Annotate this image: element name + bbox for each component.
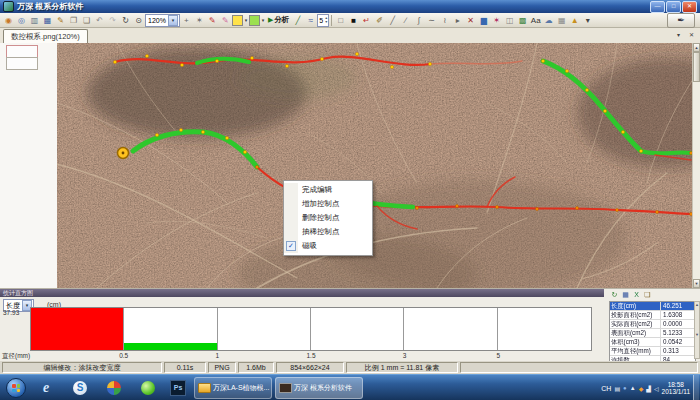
menu-item-delete-control-point[interactable]: 删除控制点	[284, 211, 372, 225]
menu-item-magnetic-snap[interactable]: ✓ 磁吸	[284, 239, 372, 253]
fill-green-swatch[interactable]	[249, 15, 260, 26]
chart-tool-icon[interactable]: ▆	[477, 14, 490, 27]
spin-down-icon[interactable]: ▾	[325, 20, 327, 24]
maximize-button[interactable]: □	[666, 1, 681, 13]
minimize-button[interactable]: —	[650, 1, 665, 13]
pen-line-icon[interactable]: ╱	[386, 14, 399, 27]
start-button[interactable]	[6, 378, 26, 398]
camera-icon[interactable]: ◎	[15, 14, 28, 27]
text-tool-icon[interactable]: Aa	[529, 14, 542, 27]
result-row[interactable]: 表面积(cm2) 5.1233	[610, 329, 695, 338]
pencil-icon[interactable]: ✎	[54, 14, 67, 27]
analyze-button[interactable]: ▶ 分析	[266, 15, 291, 25]
more-dropdown-icon[interactable]: ▾	[581, 14, 594, 27]
save-icon[interactable]: ▦	[41, 14, 54, 27]
tray-update-icon[interactable]: ●	[623, 385, 627, 391]
pen-wave-icon[interactable]: ∼	[425, 14, 438, 27]
scroll-up-icon[interactable]: ▲	[693, 43, 700, 52]
flag-tool-icon[interactable]: ▲	[568, 14, 581, 27]
language-indicator[interactable]: CH	[601, 385, 611, 392]
menu-item-finish-edit[interactable]: 完成编辑	[284, 183, 372, 197]
taskbar-pinwheel-icon[interactable]	[102, 377, 126, 399]
pen-squiggle-icon[interactable]: ≀	[438, 14, 451, 27]
tab-close-icon[interactable]: ✕	[686, 30, 697, 41]
scrollbar-thumb[interactable]	[693, 52, 700, 82]
ruler-icon[interactable]: ╱	[291, 14, 304, 27]
bottom-panel: 统计直方图 长度 ▾ (cm) 37.93 直径(mm) 0.511.535 ↻…	[0, 288, 700, 361]
result-row[interactable]: 长度(cm) 46.251	[610, 302, 695, 311]
cloud-tool-icon[interactable]: ☁	[542, 14, 555, 27]
fill-yellow-swatch[interactable]	[232, 15, 243, 26]
table-excel-icon[interactable]: X	[632, 290, 641, 299]
windows-flag-icon	[12, 384, 20, 392]
arrow-tool-icon[interactable]: ▸	[451, 14, 464, 27]
navigator-box-bottom[interactable]	[6, 57, 38, 70]
wand-icon[interactable]: ✶	[193, 14, 206, 27]
result-label: 体积(cm3)	[610, 338, 661, 346]
scan-icon[interactable]: ▥	[28, 14, 41, 27]
y-max-label: 37.93	[3, 309, 19, 316]
redo-icon[interactable]: ↷	[106, 14, 119, 27]
pink-mark-icon[interactable]: ✎	[219, 14, 232, 27]
pen-curve-icon[interactable]: ∫	[412, 14, 425, 27]
spinner-arrows[interactable]: ▴ ▾	[325, 16, 327, 24]
tray-hidden-icons-chevron[interactable]: ▲	[630, 385, 636, 391]
result-row[interactable]: 体积(cm3) 0.0542	[610, 338, 695, 347]
grid-tool-icon[interactable]: ▦	[555, 14, 568, 27]
taskbar-360-icon[interactable]	[136, 377, 160, 399]
signature-button[interactable]: ✒	[667, 13, 695, 28]
x-tick-label: 3	[403, 352, 407, 359]
results-scrollbar[interactable]: ▲▼	[694, 301, 700, 359]
copy-icon[interactable]: ❏	[80, 14, 93, 27]
taskbar-ie-icon[interactable]: e	[34, 377, 58, 399]
red-mark-icon[interactable]: ✎	[206, 14, 219, 27]
result-row[interactable]: 投影面积(cm2) 1.6308	[610, 311, 695, 320]
taskbar-photoshop-icon[interactable]: Ps	[166, 377, 190, 399]
vertical-scrollbar[interactable]: ▲ ▼	[692, 43, 700, 288]
star-tool-icon[interactable]: ✶	[490, 14, 503, 27]
root-image-canvas[interactable]: 完成编辑 增加控制点 删除控制点 抽稀控制点 ✓ 磁吸	[57, 43, 692, 288]
delete-point-icon[interactable]: ✕	[464, 14, 477, 27]
taskbar-clock[interactable]: 18:58 2013/1/11	[662, 381, 690, 395]
tray-security-icon[interactable]: ◆	[639, 385, 644, 392]
picker-icon[interactable]: +	[180, 14, 193, 27]
taskbar-window-rootapp[interactable]: 万深 根系分析软件	[275, 377, 363, 399]
curve-measure-icon[interactable]: ≈	[304, 14, 317, 27]
show-desktop-button[interactable]	[693, 375, 699, 400]
menu-item-add-control-point[interactable]: 增加控制点	[284, 197, 372, 211]
magnifier-icon[interactable]: ⊙	[132, 14, 145, 27]
table-save-icon[interactable]: ▦	[621, 290, 630, 299]
fill-black-icon[interactable]: ■	[347, 14, 360, 27]
zoom-level-combo[interactable]: 120% ▾	[145, 14, 180, 27]
tray-app-icon[interactable]: ▤	[614, 385, 620, 392]
toolbar-group-file: ◉◎▥▦✎❐❏↶↷↻⊙	[2, 14, 145, 27]
width-spinner[interactable]: 5 ▴ ▾	[317, 14, 329, 27]
volume-icon[interactable]: ◁	[654, 385, 659, 392]
network-icon[interactable]: ▟	[646, 385, 651, 392]
rotate-icon[interactable]: ↻	[119, 14, 132, 27]
start-marker	[118, 148, 129, 159]
title-bar: 万深 根系分析软件 — □ ✕	[0, 0, 700, 13]
open-image-icon[interactable]: ◉	[2, 14, 15, 27]
table-refresh-icon[interactable]: ↻	[610, 290, 619, 299]
result-row[interactable]: 实际面积(cm2) 0.0000	[610, 320, 695, 329]
export-icon[interactable]: ❐	[67, 14, 80, 27]
table-copy-icon[interactable]: ❏	[643, 290, 652, 299]
x-tick-label: 0.5	[119, 352, 128, 359]
undo-icon[interactable]: ↶	[93, 14, 106, 27]
frame-icon[interactable]: □	[334, 14, 347, 27]
tab-scroll-icon[interactable]: ▾	[673, 30, 684, 41]
close-button[interactable]: ✕	[682, 1, 697, 13]
pen-slash-icon[interactable]: ∕	[399, 14, 412, 27]
tab-active-image[interactable]: 数控根系.png(120%)	[3, 29, 88, 43]
return-red-icon[interactable]: ↵	[360, 14, 373, 27]
zoom-dropdown-icon[interactable]: ▾	[168, 15, 178, 26]
image-tool-icon[interactable]: ▩	[516, 14, 529, 27]
pen-freehand-icon[interactable]: ✐	[373, 14, 386, 27]
menu-item-thin-control-points[interactable]: 抽稀控制点	[284, 225, 372, 239]
result-row[interactable]: 平均直径(mm) 0.313	[610, 347, 695, 356]
scroll-down-icon[interactable]: ▼	[693, 279, 700, 288]
taskbar-sogou-icon[interactable]: S	[68, 377, 92, 399]
histogram-tool-icon[interactable]: ◫	[503, 14, 516, 27]
taskbar-window-folder[interactable]: 万深LA-S植物根...	[194, 377, 272, 399]
